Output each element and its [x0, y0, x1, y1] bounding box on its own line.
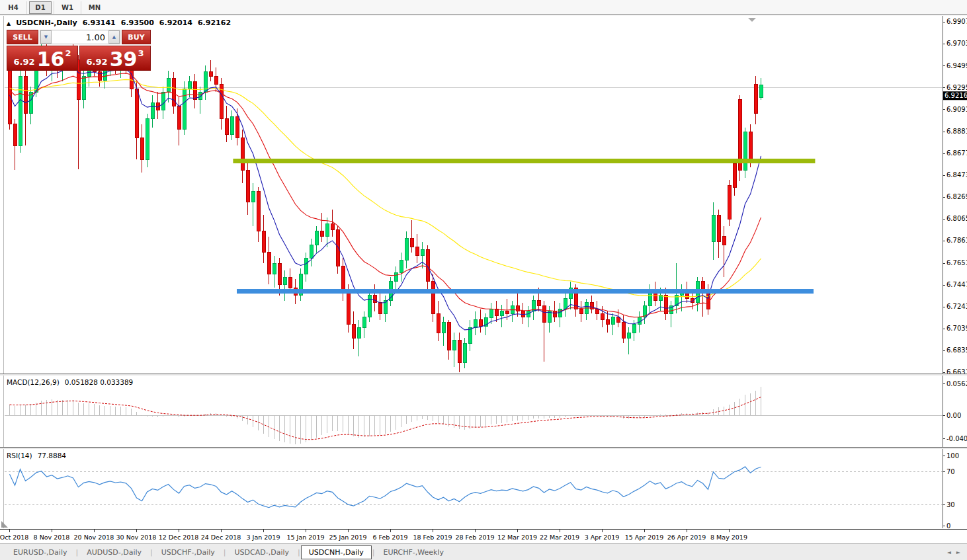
rsi-header: RSI(14) 77.8884 [7, 452, 66, 460]
price-axis-label: 6.84730 [946, 171, 967, 179]
macd-axis-label: 0.00 [946, 412, 961, 419]
ask-price-point: 3 [138, 48, 144, 58]
date-tick [729, 530, 730, 532]
chart-shift-marker-icon[interactable] [748, 18, 756, 22]
tab-separator: | [75, 548, 78, 557]
current-price-tag: 6.92162 [943, 91, 967, 100]
panel-resize-grip-icon[interactable] [1, 521, 8, 528]
tab-separator: | [372, 548, 375, 557]
price-chart-panel: 6.990706.970306.949906.929506.909106.888… [0, 16, 967, 374]
ask-price-box[interactable]: 6.92 39 3 [79, 46, 151, 71]
support-line[interactable] [237, 289, 814, 294]
one-click-trading-panel: SELL ▼ ▲ BUY 6.92 16 2 6.92 39 3 [7, 30, 151, 71]
volume-input[interactable] [52, 30, 108, 44]
bid-price-point: 2 [65, 48, 71, 58]
rsi-axis-label: 0 [946, 522, 950, 529]
bid-price-prefix: 6.92 [14, 57, 35, 67]
terminal-window: H4D1W1MN 6.990706.970306.949906.929506.9… [0, 0, 967, 560]
tab-usdcnh-daily[interactable]: USDCNH-,Daily [301, 545, 372, 559]
macd-name: MACD(12,26,9) [7, 378, 60, 386]
macd-axis-label: -0.040218 [946, 435, 967, 442]
rsi-axis-label: 70 [946, 468, 955, 475]
toolbar-separator [26, 1, 27, 14]
date-tick [94, 530, 95, 532]
macd-canvas[interactable]: 0.0562110.00-0.040218 [0, 376, 967, 447]
timeframe-button-h4[interactable]: H4 [2, 1, 24, 14]
macd-axis-label: 0.056211 [946, 380, 967, 387]
price-axis-label: 6.99070 [946, 18, 967, 25]
chart-header: ▲ USDCNH-,Daily 6.93141 6.93500 6.92014 … [7, 19, 231, 27]
rsi-name: RSI(14) [7, 452, 32, 460]
price-axis-label: 6.76510 [946, 259, 967, 266]
macd-indicator-panel: 0.0562110.00-0.040218 MACD(12,26,9) 0.05… [0, 376, 967, 447]
tab-separator: | [298, 548, 300, 557]
volume-decrease-button[interactable]: ▼ [40, 30, 52, 44]
date-tick [517, 530, 518, 532]
chart-symbol-label: USDCNH-,Daily [16, 19, 77, 27]
tab-eurchf-weekly[interactable]: EURCHF-,Weekly [375, 545, 452, 559]
quote-open: 6.93141 [83, 19, 116, 27]
date-tick [475, 530, 476, 532]
toolbar-separator [54, 1, 54, 14]
date-tick [136, 530, 137, 532]
price-axis-label: 6.88810 [946, 128, 967, 135]
tab-separator: | [224, 548, 226, 557]
price-axis-label: 6.90910 [946, 106, 967, 113]
tab-eurusd-daily[interactable]: EURUSD-,Daily [5, 545, 75, 559]
date-tick [9, 530, 10, 532]
timeframe-toolbar: H4D1W1MN [0, 0, 967, 15]
date-tick [390, 530, 391, 532]
macd-values: 0.051828 0.033389 [65, 378, 134, 386]
price-axis-label: 6.92950 [946, 84, 967, 91]
date-tick [560, 530, 560, 532]
bid-price-pips: 16 [37, 49, 65, 69]
tabs-scroll-left-icon[interactable]: ◄ [947, 549, 951, 555]
date-tick [644, 530, 645, 532]
tabs-scroll-right-icon[interactable]: ► [956, 549, 960, 555]
ask-price-prefix: 6.92 [87, 57, 108, 67]
collapse-icon[interactable]: ▲ [7, 20, 11, 26]
price-axis-label: 6.94990 [946, 62, 967, 69]
date-tick [433, 530, 433, 532]
timeframe-button-mn[interactable]: MN [83, 1, 106, 14]
tab-audusd-daily[interactable]: AUDUSD-,Daily [79, 545, 149, 559]
macd-header: MACD(12,26,9) 0.051828 0.033389 [7, 378, 133, 386]
price-axis-label: 6.82690 [946, 193, 967, 200]
rsi-values: 77.8884 [38, 452, 66, 460]
candles [8, 38, 763, 372]
date-tick [602, 530, 603, 532]
date-tick [263, 530, 264, 532]
quote-high: 6.93500 [121, 19, 154, 27]
price-axis-label: 6.70390 [946, 325, 967, 332]
price-axis-label: 6.66310 [946, 368, 967, 374]
timeframe-button-d1[interactable]: D1 [29, 1, 52, 14]
ma-line-21 [10, 73, 761, 317]
price-axis-label: 6.74470 [946, 281, 967, 288]
tab-usdcad-daily[interactable]: USDCAD-,Daily [227, 545, 297, 559]
date-tick [348, 530, 349, 532]
ask-price-pips: 39 [110, 49, 138, 69]
volume-stepper: ▼ ▲ [40, 30, 120, 44]
buy-button[interactable]: BUY [122, 30, 151, 44]
chart-tab-bar: EURUSD-,Daily|AUDUSD-,Daily|USDCHF-,Dail… [0, 543, 967, 560]
date-axis-label: 8 May 2019 [702, 534, 755, 541]
rsi-canvas[interactable]: 10070300 [0, 449, 967, 528]
date-tick [687, 530, 687, 532]
timeframe-button-w1[interactable]: W1 [56, 1, 79, 14]
tab-usdchf-daily[interactable]: USDCHF-,Daily [153, 545, 223, 559]
date-tick [221, 530, 222, 532]
rsi-line [10, 467, 761, 508]
rsi-axis-label: 100 [946, 452, 959, 460]
price-axis-label: 6.80650 [946, 215, 967, 222]
date-axis[interactable]: 29 Oct 20188 Nov 201820 Nov 201830 Nov 2… [0, 529, 967, 543]
rsi-axis-label: 30 [946, 501, 955, 508]
bid-price-box[interactable]: 6.92 16 2 [7, 46, 78, 71]
toolbar-separator [81, 1, 81, 14]
quote-close: 6.92162 [198, 19, 231, 27]
tab-separator: | [150, 548, 153, 557]
volume-increase-button[interactable]: ▲ [108, 30, 120, 44]
rsi-indicator-panel: 10070300 RSI(14) 77.8884 [0, 449, 967, 528]
price-axis-label: 6.68350 [946, 346, 967, 354]
sell-button[interactable]: SELL [7, 30, 38, 44]
resistance-line[interactable] [233, 159, 815, 163]
